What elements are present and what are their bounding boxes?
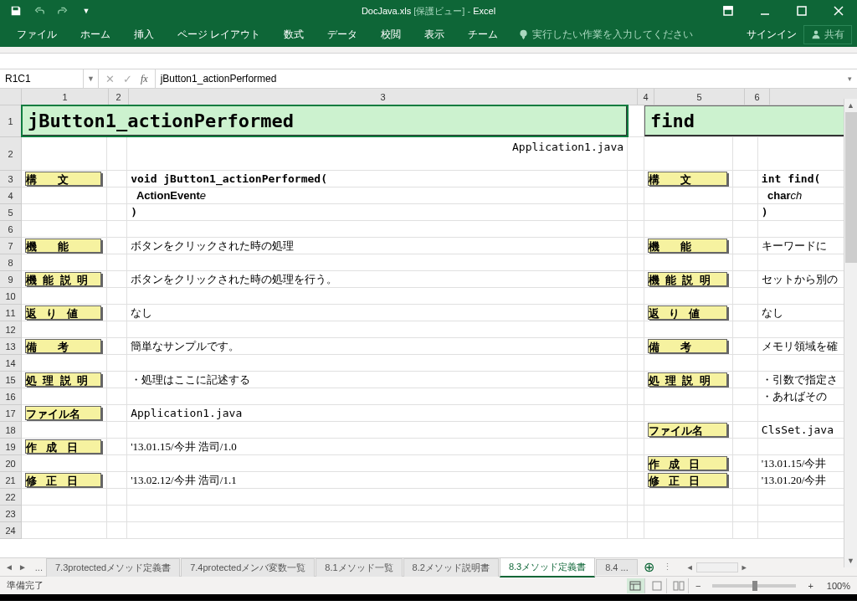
method-title-1[interactable]: jButton1_actionPerformed xyxy=(22,105,628,136)
row-header[interactable]: 3 xyxy=(0,171,22,187)
label-filename: ファイル名 xyxy=(25,406,101,420)
row-header[interactable]: 14 xyxy=(0,355,22,372)
sheet-nav-first[interactable]: ◄ xyxy=(5,562,13,572)
scroll-left-icon[interactable]: ◄ xyxy=(684,563,696,572)
select-all-corner[interactable] xyxy=(0,89,22,105)
svg-rect-11 xyxy=(674,582,678,590)
tab-pagelayout[interactable]: ページ レイアウト xyxy=(166,22,272,47)
scroll-right-icon[interactable]: ► xyxy=(738,563,751,572)
tab-home[interactable]: ホーム xyxy=(69,22,122,47)
row-header[interactable]: 4 xyxy=(0,187,22,204)
created-value: '13.01.15/今井 浩司/1.0 xyxy=(127,439,628,454)
svg-point-6 xyxy=(814,31,819,35)
quick-access-toolbar: ▼ xyxy=(0,2,97,20)
row-header[interactable]: 13 xyxy=(0,338,22,355)
tab-review[interactable]: 校閲 xyxy=(369,22,413,47)
vertical-scrollbar[interactable]: ▲ ▼ xyxy=(844,99,857,567)
tab-team[interactable]: チーム xyxy=(456,22,510,47)
spreadsheet-grid[interactable]: 1 2 3 4 5 6 1 2 3 4 5 6 7 8 9 10 11 12 1… xyxy=(0,89,857,557)
redo-button[interactable] xyxy=(52,2,74,20)
col-header[interactable]: 1 xyxy=(22,89,109,105)
maximize-button[interactable] xyxy=(783,0,820,22)
row-header[interactable]: 16 xyxy=(0,388,22,405)
source-file: Application1.java xyxy=(127,137,628,170)
row-header[interactable]: 6 xyxy=(0,221,22,238)
tab-data[interactable]: データ xyxy=(316,22,369,47)
col-header[interactable]: 5 xyxy=(654,89,745,105)
zoom-out-button[interactable]: − xyxy=(692,581,704,591)
name-box-dropdown[interactable]: ▼ xyxy=(84,69,99,88)
new-sheet-button[interactable]: ⊕ xyxy=(639,559,659,575)
row-header[interactable]: 18 xyxy=(0,422,22,439)
row-header[interactable]: 10 xyxy=(0,288,22,305)
row-header[interactable]: 9 xyxy=(0,271,22,288)
signin-link[interactable]: サインイン xyxy=(747,28,797,42)
label-return: 返 り 値 xyxy=(25,305,101,320)
sheet-tab[interactable]: 8.1メソッド一覧 xyxy=(316,558,402,577)
row-header[interactable]: 8 xyxy=(0,254,22,271)
formula-expand[interactable]: ▾ xyxy=(842,74,857,83)
row-header[interactable]: 15 xyxy=(0,372,22,388)
created-value-2: '13.01.15/今井 xyxy=(758,455,857,471)
row-header[interactable]: 21 xyxy=(0,472,22,489)
label-funcdesc: 機 能 説 明 xyxy=(25,272,101,286)
sheet-tab[interactable]: 7.3protectedメソッド定義書 xyxy=(46,558,180,577)
zoom-in-button[interactable]: + xyxy=(804,581,816,591)
sheet-tab[interactable]: 8.2メソッド説明書 xyxy=(403,558,499,577)
row-header[interactable]: 11 xyxy=(0,305,22,321)
zoom-slider[interactable] xyxy=(712,584,796,588)
label-funcdesc-2: 機 能 説 明 xyxy=(648,272,727,286)
qat-dropdown[interactable]: ▼ xyxy=(75,2,97,20)
row-header[interactable]: 5 xyxy=(0,204,22,221)
enter-formula-button[interactable]: ✓ xyxy=(123,73,132,85)
cancel-formula-button[interactable]: ✕ xyxy=(105,73,115,85)
tab-view[interactable]: 表示 xyxy=(413,22,456,47)
svg-rect-10 xyxy=(653,582,661,590)
row-header[interactable]: 17 xyxy=(0,405,22,422)
updated-value: '13.02.12/今井 浩司/1.1 xyxy=(127,472,628,488)
row-header[interactable]: 7 xyxy=(0,238,22,254)
sheet-nav-prev[interactable]: ► xyxy=(18,562,27,572)
col-header[interactable]: 4 xyxy=(638,89,654,105)
view-pagebreak-button[interactable] xyxy=(670,578,689,593)
sheet-tab-active[interactable]: 8.3メソッド定義書 xyxy=(500,557,595,578)
minimize-button[interactable] xyxy=(747,0,783,22)
save-button[interactable] xyxy=(5,2,27,20)
row-header[interactable]: 2 xyxy=(0,137,22,171)
col-header[interactable]: 6 xyxy=(745,89,770,105)
tell-me-search[interactable]: 実行したい作業を入力してください xyxy=(510,28,693,42)
sheet-tab[interactable]: 7.4protectedメンバ変数一覧 xyxy=(181,558,315,577)
ribbon-display-button[interactable] xyxy=(710,0,747,22)
row-header[interactable]: 20 xyxy=(0,455,22,472)
scroll-down-icon[interactable]: ▼ xyxy=(844,554,857,567)
close-button[interactable] xyxy=(820,0,857,22)
tab-formulas[interactable]: 数式 xyxy=(272,22,316,47)
row-header[interactable]: 22 xyxy=(0,489,22,506)
scroll-up-icon[interactable]: ▲ xyxy=(844,99,857,112)
sheet-tab[interactable]: 8.4 ... xyxy=(596,559,638,575)
tabs-overflow-left[interactable]: ... xyxy=(32,562,46,572)
share-button[interactable]: 共有 xyxy=(803,25,852,44)
row-header[interactable]: 24 xyxy=(0,522,22,539)
tab-insert[interactable]: 挿入 xyxy=(122,22,166,47)
row-header[interactable]: 12 xyxy=(0,321,22,338)
undo-button[interactable] xyxy=(28,2,50,20)
formula-input[interactable]: jButton1_actionPerformed xyxy=(155,69,842,88)
sheet-tab-bar: ◄ ► ... 7.3protectedメソッド定義書 7.4protected… xyxy=(0,557,857,576)
horizontal-scrollbar[interactable]: ◄ ► xyxy=(684,562,751,572)
label-function-2: 機 能 xyxy=(648,239,727,253)
row-header[interactable]: 23 xyxy=(0,506,22,522)
fx-icon[interactable]: fx xyxy=(141,73,148,85)
row-header[interactable]: 1 xyxy=(0,105,22,137)
filename-value-2: ClsSet.java xyxy=(758,422,857,438)
view-normal-button[interactable] xyxy=(627,578,645,593)
name-box[interactable]: R1C1 xyxy=(0,69,84,88)
row-header[interactable]: 19 xyxy=(0,439,22,455)
tab-file[interactable]: ファイル xyxy=(5,22,69,47)
zoom-level[interactable]: 100% xyxy=(820,581,850,591)
method-title-2[interactable]: find xyxy=(644,105,857,136)
view-pagelayout-button[interactable] xyxy=(649,578,667,593)
scroll-thumb[interactable] xyxy=(845,112,857,263)
col-header[interactable]: 3 xyxy=(129,89,638,105)
col-header[interactable]: 2 xyxy=(109,89,129,105)
